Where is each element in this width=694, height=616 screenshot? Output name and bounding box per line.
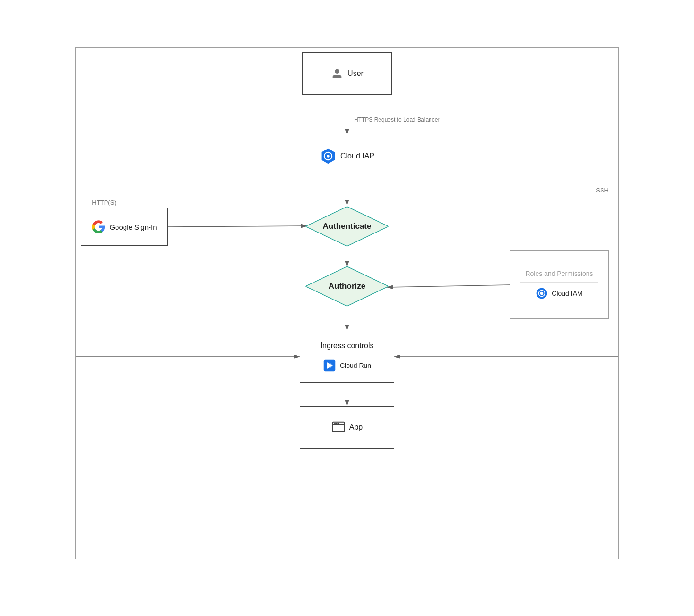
svg-point-25 (540, 292, 544, 295)
user-label: User (347, 69, 364, 78)
cloud-iap-icon-container: Cloud IAP (320, 148, 374, 165)
google-icon (91, 220, 106, 234)
ingress-divider (310, 356, 384, 356)
cloud-iap-icon (320, 148, 337, 165)
authenticate-diamond: Authenticate (305, 206, 389, 247)
outer-box: HTTPS Request to Load Balancer HTTP(S) R… (75, 47, 619, 559)
cloud-run-label: Cloud Run (340, 362, 371, 369)
cloud-iam-container: Cloud IAM (536, 287, 582, 300)
app-icon-container: App (331, 420, 363, 434)
cloud-iap-label: Cloud IAP (340, 152, 374, 160)
app-browser-icon (331, 420, 346, 434)
cloud-iam-label: Cloud IAM (552, 290, 582, 297)
authorize-label: Authorize (329, 282, 365, 291)
svg-point-13 (327, 155, 329, 157)
cloud-run-icon (323, 359, 336, 372)
ssh-label: SSH (585, 187, 609, 194)
app-node: App (300, 406, 394, 449)
cloud-iam-icon (536, 287, 548, 300)
user-icon-container: User (330, 67, 364, 80)
roles-divider (520, 282, 598, 283)
user-node: User (302, 52, 392, 95)
svg-line-8 (387, 285, 510, 287)
ingress-node: Ingress controls Cloud Run (300, 331, 394, 383)
person-icon (330, 67, 344, 80)
cloud-run-icon-container: Cloud Run (323, 359, 371, 372)
diagram-container: HTTPS Request to Load Balancer HTTP(S) R… (28, 19, 666, 597)
https-request-label: HTTPS Request to Load Balancer (354, 116, 439, 124)
authorize-diamond: Authorize (305, 266, 389, 307)
authenticate-label: Authenticate (323, 222, 372, 231)
cloud-iap-node: Cloud IAP (300, 135, 394, 177)
google-signin-label: Google Sign-In (109, 223, 157, 231)
roles-title: Roles and Permissions (525, 270, 593, 277)
app-label: App (349, 423, 363, 432)
ingress-title: Ingress controls (321, 341, 374, 350)
google-signin-node: Google Sign-In (81, 208, 168, 246)
svg-line-7 (168, 226, 307, 227)
roles-permissions-node: Roles and Permissions Cloud IAM (510, 250, 609, 319)
